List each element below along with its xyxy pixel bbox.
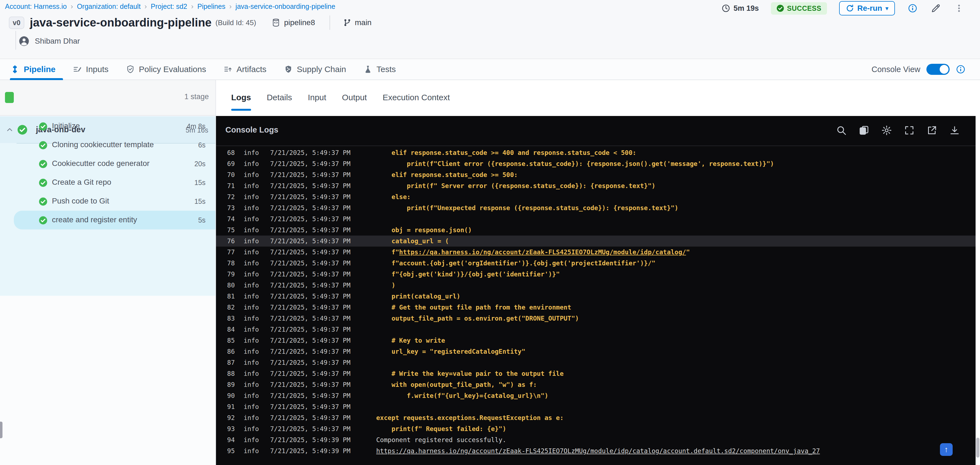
toggle-knob <box>940 65 948 74</box>
pipeline-ref[interactable]: pipeline8 <box>271 18 315 27</box>
log-level: info <box>243 401 259 412</box>
tab-inputs[interactable]: Inputs <box>73 65 108 74</box>
stage-tree: java-onb-dev 5m 16s Initialize4m 8sCloni… <box>0 116 215 296</box>
log-text: ) <box>376 282 395 289</box>
open-in-new-icon[interactable] <box>926 125 937 136</box>
fullscreen-icon[interactable] <box>904 125 915 136</box>
step-row-cookiecutter-code-generator[interactable]: Cookiecutter code generator20s <box>0 154 215 173</box>
active-tab-underline <box>10 78 63 80</box>
log-timestamp: 7/21/2025, 5:49:37 PM <box>270 313 350 324</box>
tab-supply-chain[interactable]: Supply Chain <box>284 65 346 74</box>
log-message: elif response.status_code >= 500: <box>376 169 518 180</box>
download-icon[interactable] <box>949 125 960 136</box>
step-label: Create a Git repo <box>52 178 111 187</box>
log-level: info <box>243 357 259 368</box>
execution-sidebar: 1 stage java-onb-dev 5m 16s Initialize4m… <box>0 80 216 465</box>
log-link[interactable]: https://qa.harness.io/ng/account/zEaak-F… <box>376 448 820 454</box>
git-branch-icon <box>343 18 352 27</box>
log-message: url_key = "registeredCatalogEntity" <box>376 346 525 357</box>
settings-icon[interactable] <box>881 125 892 136</box>
tab-policy-evaluations[interactable]: Policy Evaluations <box>126 65 206 74</box>
success-check-icon <box>39 141 48 150</box>
version-badge: v0 <box>9 17 24 29</box>
console-view-toggle[interactable] <box>926 64 950 75</box>
log-message: print(f"Unexpected response ({response.s… <box>376 202 678 213</box>
log-timestamp: 7/21/2025, 5:49:37 PM <box>270 147 350 158</box>
log-timestamp: 7/21/2025, 5:49:37 PM <box>270 158 350 169</box>
success-check-icon <box>39 197 48 206</box>
supply-chain-icon <box>284 65 293 74</box>
log-message: obj = response.json() <box>376 224 472 235</box>
step-row-cloning-cookiecutter-template[interactable]: Cloning cookiecutter template6s <box>0 136 215 154</box>
edit-pencil-icon[interactable] <box>930 3 941 14</box>
console-title: Console Logs <box>225 125 278 135</box>
console-logs-panel: Console Logs 68info7/21/2025, 5:49:37 PM… <box>216 116 975 465</box>
log-level: info <box>243 202 259 213</box>
panel-tab-logs[interactable]: Logs <box>231 93 251 102</box>
branch-label: main <box>355 18 372 27</box>
step-row-create-a-git-repo[interactable]: Create a Git repo15s <box>0 173 215 192</box>
log-level: info <box>243 247 259 258</box>
log-text: print(f"Unexpected response ({response.s… <box>376 204 678 211</box>
panel-tab-details[interactable]: Details <box>267 93 292 102</box>
main-tabbar: PipelineInputsPolicy EvaluationsArtifact… <box>0 59 980 80</box>
log-timestamp: 7/21/2025, 5:49:37 PM <box>270 247 350 258</box>
step-row-push-code-to-git[interactable]: Push code to Git15s <box>0 192 215 211</box>
log-level: info <box>243 280 259 291</box>
log-message: f.write(f"{url_key}={catalog_url}\n") <box>376 390 548 401</box>
tab-tests[interactable]: Tests <box>363 65 396 74</box>
tab-pipeline[interactable]: Pipeline <box>10 64 56 74</box>
step-row-initialize[interactable]: Initialize4m 8s <box>0 117 215 136</box>
log-message: ) <box>376 280 395 291</box>
scroll-to-top-button[interactable]: ↑ <box>940 443 953 456</box>
log-level: info <box>243 324 259 335</box>
breadcrumb-item[interactable]: Organization: default <box>77 3 141 11</box>
title-row: v0 java-service-onboarding-pipeline (Bui… <box>9 16 372 30</box>
breadcrumb-item[interactable]: Account: Harness.io <box>5 3 67 11</box>
page-header: Account: Harness.io›Organization: defaul… <box>0 0 980 59</box>
panel-tab-output[interactable]: Output <box>342 93 367 102</box>
breadcrumb-separator: › <box>191 2 194 11</box>
branch-ref[interactable]: main <box>343 18 372 27</box>
step-duration: 5s <box>198 216 205 224</box>
info-icon[interactable] <box>907 3 918 14</box>
log-line-78: 78info7/21/2025, 5:49:37 PM f"account.{o… <box>216 258 975 269</box>
stage-node[interactable] <box>5 92 14 103</box>
log-link[interactable]: https://qa.harness.io/ng/account/zEaak-F… <box>399 249 686 256</box>
copy-icon[interactable] <box>859 125 870 136</box>
search-icon[interactable] <box>836 125 847 136</box>
step-detail-tabs: LogsDetailsInputOutputExecution Context <box>216 80 980 116</box>
log-line-number: 80 <box>223 280 235 291</box>
step-row-create-and-register-entity[interactable]: create and register entity5s <box>14 211 215 230</box>
duration-text: 5m 19s <box>733 4 759 13</box>
log-level: info <box>243 313 259 324</box>
tab-artifacts[interactable]: Artifacts <box>223 65 266 74</box>
info-icon[interactable] <box>956 64 966 74</box>
log-line-71: 71info7/21/2025, 5:49:37 PM print(f" Ser… <box>216 180 975 191</box>
tab-label: Inputs <box>86 65 108 74</box>
panel-tab-execution-context[interactable]: Execution Context <box>383 93 450 102</box>
breadcrumb-item[interactable]: Pipelines <box>197 3 225 11</box>
log-line-88: 88info7/21/2025, 5:49:37 PM # Write the … <box>216 368 975 379</box>
step-label: Push code to Git <box>52 197 109 205</box>
kebab-menu-icon[interactable] <box>953 3 964 14</box>
scrollbar-thumb[interactable] <box>976 438 980 457</box>
log-level: info <box>243 213 259 224</box>
log-timestamp: 7/21/2025, 5:49:37 PM <box>270 401 350 412</box>
breadcrumb-item[interactable]: Project: sd2 <box>151 3 187 11</box>
step-duration: 6s <box>198 141 205 149</box>
log-text: f.write(f"{url_key}={catalog_url}\n") <box>376 392 548 399</box>
log-line-82: 82info7/21/2025, 5:49:37 PM # Get the ou… <box>216 302 975 313</box>
log-message: Component registered successfully. <box>376 434 506 445</box>
log-line-number: 91 <box>223 401 235 412</box>
log-text: catalog_url = ( <box>376 238 449 244</box>
log-timestamp: 7/21/2025, 5:49:37 PM <box>270 423 350 434</box>
console-scrollbar[interactable] <box>975 116 980 465</box>
rerun-label: Re-run <box>858 4 882 13</box>
breadcrumb-item[interactable]: java-service-onboarding-pipeline <box>235 3 335 11</box>
log-timestamp: 7/21/2025, 5:49:39 PM <box>270 445 350 456</box>
panel-tab-input[interactable]: Input <box>308 93 326 102</box>
rerun-button[interactable]: Re-run ▾ <box>839 1 895 16</box>
log-line-84: 84info7/21/2025, 5:49:37 PM <box>216 324 975 335</box>
sidebar-scroll-handle[interactable] <box>0 422 3 438</box>
